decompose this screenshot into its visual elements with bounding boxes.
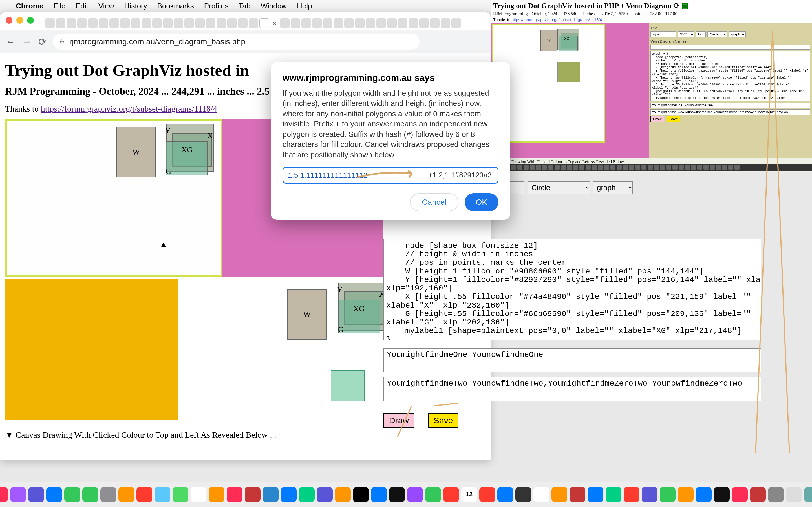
dock-app-icon[interactable] [425,487,441,503]
dock-app-icon[interactable] [281,487,297,503]
tab-favicon[interactable] [77,18,87,28]
mini-replace-2[interactable] [651,109,810,115]
dock-app-icon[interactable] [678,487,694,503]
lower-preview-diagram[interactable]: W Y X G XG [5,277,383,426]
dock-app-icon[interactable] [154,487,170,503]
mini-fontsize-input[interactable] [696,31,706,38]
dock-app-icon[interactable] [82,487,98,503]
tab-favicon[interactable] [227,18,237,28]
mini-reveal-toggle[interactable]: ▼ Canvas Drawing With Clicked Colour to … [491,159,812,164]
dock-app-icon[interactable] [172,487,188,503]
tab-favicon[interactable] [323,18,333,28]
dock-app-icon[interactable] [569,487,585,503]
replace-textarea-2[interactable]: YoumightfindmeTwo=YounowfindmeTwo,Youmig… [384,377,761,401]
menu-profiles[interactable]: Profiles [204,2,229,10]
menu-bookmarks[interactable]: Bookmarks [157,2,194,10]
tab-favicon[interactable] [301,18,311,28]
active-tab[interactable] [259,18,269,28]
dock-app-icon[interactable] [317,487,333,503]
tab-favicon[interactable] [66,18,76,28]
app-name[interactable]: Chrome [16,2,43,10]
menu-file[interactable]: File [54,2,65,10]
dock-app-icon[interactable] [371,487,387,503]
tab-favicon[interactable] [56,18,65,28]
thanks-link[interactable]: https://forum.graphviz.org/t/subset-diag… [41,104,217,113]
tab-favicon[interactable] [334,18,343,28]
expand-icon[interactable]: ▣ [681,2,689,10]
tab-favicon[interactable] [387,18,397,28]
dock-app-icon[interactable] [750,487,766,503]
dock-app-icon[interactable] [606,487,621,503]
mini-box-w[interactable]: W [541,30,557,51]
canvas-reveal-toggle[interactable]: ▼ Canvas Drawing With Clicked Colour to … [5,430,486,440]
menu-tab[interactable]: Tab [239,2,251,10]
tab-favicon[interactable] [216,18,226,28]
dock-app-icon[interactable] [299,487,315,503]
tab-favicon[interactable] [280,18,290,28]
forward-button-icon[interactable]: → [22,36,32,47]
dock-app-icon[interactable] [245,487,260,503]
address-bar[interactable]: ⚙ rjmprogramming.com.au/venn_diagram_bas… [53,34,419,50]
dock-app-icon[interactable] [10,487,26,503]
tab-favicon[interactable] [355,18,364,28]
save-button[interactable]: Save [428,413,458,428]
dock-calendar-icon[interactable]: 12 [461,487,477,503]
tab-favicon[interactable] [174,18,183,28]
dock-app-icon[interactable] [137,487,152,503]
dock-app-icon[interactable] [479,487,495,503]
tab-favicon[interactable] [185,18,194,28]
tab-favicon[interactable] [88,18,98,28]
refresh-icon[interactable]: ⟳ [673,2,680,10]
tab-favicon[interactable] [344,18,354,28]
venn-box-w[interactable]: W [116,127,156,177]
menu-help[interactable]: Help [297,2,312,10]
mini-code-textarea[interactable]: graph V { node [shape=box fontsize=12] /… [651,51,810,101]
dot-code-textarea[interactable]: node [shape=box fontsize=12] // height &… [384,239,761,340]
dock-app-icon[interactable] [804,487,812,503]
mini-replace-1[interactable] [651,103,810,108]
dock-app-icon[interactable] [100,487,116,503]
mini-new-polygon[interactable] [557,62,580,82]
tab-favicon[interactable] [142,18,151,28]
mini-svg-select[interactable]: SVG [677,31,695,38]
tab-favicon[interactable] [398,18,407,28]
reload-button-icon[interactable]: ⟳ [38,36,46,47]
dock-app-icon[interactable] [714,487,730,503]
mini-shape-select[interactable]: Circle [707,31,727,38]
tab-favicon[interactable] [131,18,140,28]
menu-history[interactable]: History [124,2,147,10]
dock-app-icon[interactable] [263,487,278,503]
preview-box-w[interactable]: W [287,289,327,340]
tab-favicon[interactable] [163,18,172,28]
tab-favicon[interactable] [99,18,108,28]
tab-favicon[interactable] [109,18,119,28]
dock-app-icon[interactable] [353,487,369,503]
dock-app-icon[interactable] [64,487,80,503]
tab-favicon[interactable] [376,18,386,28]
dock-app-icon[interactable] [624,487,640,503]
dock-app-icon[interactable] [191,487,206,503]
dock-app-icon[interactable] [497,487,513,503]
mini-save-button[interactable]: Save [667,116,680,122]
tab-favicon[interactable] [409,18,418,28]
dock-app-icon[interactable] [786,487,802,503]
menu-edit[interactable]: Edit [75,2,88,10]
cancel-button[interactable]: Cancel [410,193,458,211]
dock-app-icon[interactable] [28,487,44,503]
shape-select[interactable]: Circle [528,181,590,194]
tab-favicon[interactable] [45,18,55,28]
menu-window[interactable]: Window [260,2,287,10]
tab-favicon[interactable] [451,18,461,28]
dock-app-icon[interactable] [443,487,459,503]
dock-app-icon[interactable] [768,487,784,503]
dock-app-icon[interactable] [534,487,549,503]
back-button-icon[interactable]: ← [6,36,15,47]
dock-app-icon[interactable] [696,487,712,503]
dock-app-icon[interactable] [660,487,675,503]
draw-button[interactable]: Draw [384,413,414,428]
minimize-window-icon[interactable] [16,17,23,24]
tab-favicon[interactable] [120,18,130,28]
tab-favicon[interactable] [195,18,205,28]
tab-favicon[interactable] [238,18,248,28]
mini-title-input[interactable] [651,31,676,38]
